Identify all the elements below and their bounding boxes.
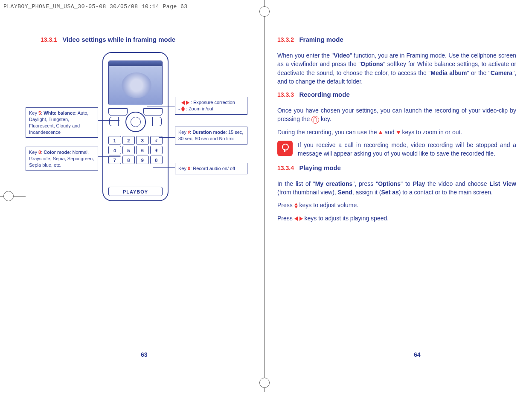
page-right: 13.3.2 Framing mode When you enter the "… — [277, 26, 516, 358]
key-4: 4 — [108, 146, 121, 154]
key-6: 6 — [136, 146, 149, 154]
down-arrow-icon — [396, 131, 401, 134]
key-1: 1 — [108, 136, 121, 144]
left-softkey — [108, 108, 128, 116]
key-0: 0 — [150, 156, 163, 164]
paragraph: When you enter the "Video" function, you… — [277, 51, 516, 86]
section-heading: 13.3.1 Video settings while in framing m… — [41, 36, 265, 43]
key-3: 3 — [136, 136, 149, 144]
left-arrow-icon — [181, 101, 185, 105]
up-arrow-icon — [378, 131, 383, 134]
crop-line-icon — [265, 0, 265, 6]
page-number: 63 — [141, 351, 148, 358]
text: Key — [29, 110, 38, 116]
text: Key — [178, 166, 188, 171]
paragraph: Once you have chosen your settings, you … — [277, 106, 516, 124]
right-arrow-icon — [186, 101, 189, 105]
section-number: 13.3.4 — [277, 165, 294, 171]
section-heading: 13.3.2 Framing mode — [277, 36, 516, 43]
text: Key — [178, 130, 188, 135]
phone-diagram: 1 2 3 ♯ 4 5 6 ✶ 7 8 9 0 PLAYBOY Key 5: W… — [26, 52, 247, 231]
call-key — [109, 117, 119, 126]
key-2: 2 — [122, 136, 135, 144]
text: Key — [29, 150, 38, 155]
text-bold: White balance — [44, 110, 75, 116]
section-title: Framing mode — [299, 36, 343, 43]
crop-line-icon — [0, 196, 3, 196]
left-arrow-icon — [294, 217, 298, 221]
section-number: 13.3.3 — [277, 91, 294, 98]
section-heading: 13.3.4 Playing mode — [277, 164, 516, 172]
callout-exposure-zoom: - : Exposure correction - : Zoom in/out — [175, 97, 247, 115]
text: - — [178, 100, 181, 105]
page-number: 64 — [414, 351, 421, 358]
text: : Exposure correction — [189, 100, 235, 105]
crop-line-icon — [265, 17, 265, 392]
brand-bar: PLAYBOY — [108, 187, 163, 196]
keypad: 1 2 3 ♯ 4 5 6 ✶ 7 8 9 0 — [108, 136, 163, 164]
line-zoom: - : Zoom in/out — [178, 106, 244, 112]
section-number: 13.3.2 — [277, 36, 294, 43]
text-bold: Color mode — [44, 150, 70, 155]
crop-mark-left-icon — [3, 191, 14, 201]
callout-white-balance: Key 5: White balance: Auto, Daylight, Tu… — [26, 107, 98, 138]
phone-body: 1 2 3 ♯ 4 5 6 ✶ 7 8 9 0 PLAYBOY — [102, 52, 169, 201]
page-left: 13.3.1 Video settings while in framing m… — [26, 26, 265, 358]
text-bold: Duration mode — [192, 130, 226, 135]
paragraph: Press keys to adjust volume. — [277, 201, 516, 209]
key-star: ✶ — [150, 146, 163, 154]
section-title: Playing mode — [299, 164, 341, 171]
ok-key — [131, 117, 141, 127]
section-title: Recording mode — [299, 91, 349, 98]
crop-line-icon — [14, 196, 26, 196]
right-arrow-icon — [299, 217, 303, 221]
right-softkey — [143, 108, 163, 116]
callout-record-audio: Key 0: Record audio on/ off — [175, 163, 247, 174]
ok-key-icon — [311, 116, 319, 124]
paragraph: During the recording, you can use the an… — [277, 128, 516, 136]
key-7: 7 — [108, 156, 121, 164]
paragraph: Press keys to adjust its playing speed. — [277, 214, 516, 223]
section-title: Video settings while in framing mode — [62, 36, 175, 43]
leader-line-icon — [98, 156, 120, 157]
tip-text: If you receive a call in recording mode,… — [298, 141, 516, 158]
end-key — [152, 117, 162, 126]
key-8: 8 — [122, 156, 135, 164]
tip-lightbulb-icon — [277, 141, 293, 156]
leader-line-icon — [153, 167, 175, 168]
status-bar — [109, 61, 162, 66]
crop-mark-top-icon — [259, 6, 270, 17]
print-header: PLAYBOY_PHONE_UM_USA_30-05-08 30/05/08 1… — [3, 3, 188, 10]
key-5: 5 — [122, 146, 135, 154]
crop-mark-bottom-icon — [259, 378, 270, 388]
updown-arrow-icon — [181, 106, 185, 112]
section-number: 13.3.1 — [41, 36, 57, 43]
text: - — [178, 106, 181, 111]
leader-line-icon — [98, 120, 119, 121]
tip-box: If you receive a call in recording mode,… — [277, 141, 516, 158]
leader-line-icon — [147, 107, 175, 107]
section-heading: 13.3.3 Recording mode — [277, 91, 516, 98]
viewfinder-image — [109, 66, 162, 105]
callout-color-mode: Key 8: Color mode: Normal, Grayscale, Se… — [26, 147, 98, 171]
paragraph: In the list of "My creations", press "Op… — [277, 179, 516, 197]
text: : Zoom in/out — [185, 106, 213, 111]
callout-duration-mode: Key ♯: Duration mode: 15 sec, 30 sec, 60… — [175, 127, 247, 144]
updown-arrow-icon — [294, 203, 298, 208]
text: : Record audio on/ off — [190, 166, 235, 171]
lion-icon — [122, 72, 151, 98]
key-9: 9 — [136, 156, 149, 164]
line-exposure: - : Exposure correction — [178, 99, 244, 106]
leader-line-icon — [159, 137, 175, 138]
phone-screen — [108, 61, 163, 105]
